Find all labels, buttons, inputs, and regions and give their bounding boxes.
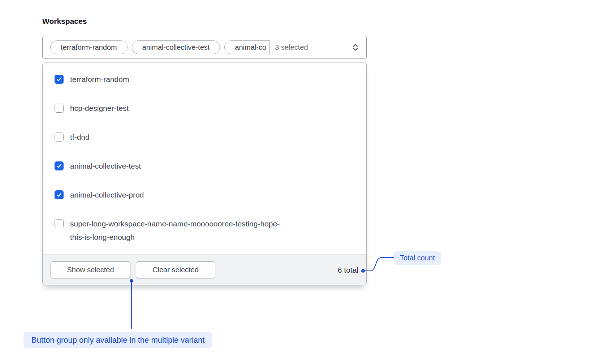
option-checkbox[interactable]: [55, 75, 64, 84]
listbox-options: terraform-random hcp-designer-test tf-dn…: [43, 62, 366, 251]
option-label: animal-collective-test: [70, 159, 141, 173]
total-count-connector-line: [361, 253, 394, 273]
listbox-option[interactable]: super-long-workspace-name-name-moooooore…: [43, 209, 366, 251]
button-group-connector-dot: [130, 279, 133, 283]
option-checkbox[interactable]: [55, 190, 64, 199]
clear-selected-button[interactable]: Clear selected: [136, 261, 215, 278]
listbox-dropdown: terraform-random hcp-designer-test tf-dn…: [42, 62, 367, 285]
button-group-connector-line: [131, 283, 132, 329]
workspaces-select-trigger[interactable]: terraform-random animal-collective-test …: [42, 36, 367, 59]
option-label: hcp-designer-test: [70, 101, 129, 115]
listbox-option[interactable]: animal-collective-test: [43, 151, 366, 180]
selected-count-text: 3 selected: [275, 43, 308, 52]
button-group-annotation-label: Button group only available in the multi…: [31, 335, 204, 345]
listbox-option[interactable]: animal-collective-prod: [43, 180, 366, 209]
option-checkbox[interactable]: [55, 161, 64, 170]
selected-pill: animal-collective-test: [132, 40, 220, 54]
listbox-option[interactable]: tf-dnd: [43, 122, 366, 151]
workspaces-label: Workspaces: [42, 17, 87, 26]
option-checkbox[interactable]: [55, 104, 64, 113]
total-count-text: 6 total: [338, 266, 358, 274]
total-count-annotation: Total count: [394, 251, 441, 265]
check-icon: [56, 163, 62, 169]
option-label: terraform-random: [70, 73, 129, 86]
listbox-option[interactable]: terraform-random: [43, 65, 366, 94]
option-checkbox[interactable]: [55, 219, 64, 228]
option-label: tf-dnd: [70, 130, 90, 144]
option-label: animal-collective-prod: [70, 188, 144, 202]
selected-pill-clipped: animal-co: [224, 40, 270, 54]
button-group-annotation: Button group only available in the multi…: [23, 332, 212, 348]
selected-pill: terraform-random: [50, 40, 128, 54]
listbox-footer: Show selected Clear selected 6 total: [43, 255, 366, 285]
check-icon: [56, 192, 62, 198]
check-icon: [56, 76, 62, 82]
caret-sort-icon: [351, 42, 360, 52]
total-count-annotation-label: Total count: [400, 254, 435, 262]
option-checkbox[interactable]: [55, 133, 64, 142]
option-label: super-long-workspace-name-name-moooooore…: [70, 217, 280, 244]
listbox-option[interactable]: hcp-designer-test: [43, 94, 366, 122]
page: Workspaces terraform-random animal-colle…: [0, 0, 604, 364]
show-selected-button[interactable]: Show selected: [51, 261, 130, 278]
